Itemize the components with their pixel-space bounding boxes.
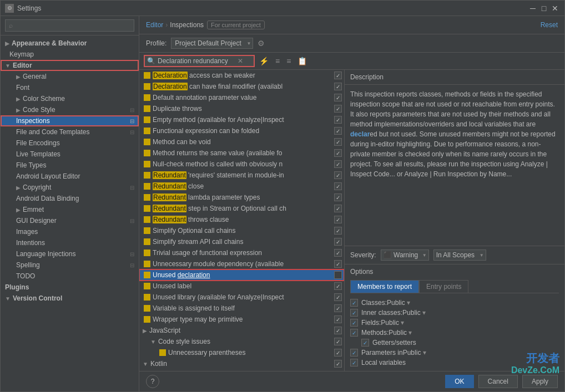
insp-item-empty-method[interactable]: Empty method (available for Analyze|Insp… xyxy=(139,114,344,125)
insp-item-functional-fold[interactable]: Functional expression can be folded xyxy=(139,125,344,136)
insp-checkbox[interactable] xyxy=(334,83,342,90)
insp-checkbox[interactable] xyxy=(334,338,342,345)
profile-select[interactable]: Project Default Project xyxy=(171,38,253,49)
sidebar-item-live-templates[interactable]: Live Templates xyxy=(1,149,139,160)
insp-checkbox[interactable] xyxy=(334,205,342,212)
sidebar-item-code-style[interactable]: ▶ Code Style ⊟ xyxy=(1,104,139,115)
insp-item-redundant-lambda[interactable]: Redundant lambda parameter types xyxy=(139,192,344,203)
sidebar-item-android-data-binding[interactable]: Android Data Binding xyxy=(1,193,139,204)
insp-item-wrapper-primitive[interactable]: Wrapper type may be primitive xyxy=(139,314,344,325)
sidebar-item-emmet[interactable]: ▶ Emmet xyxy=(1,204,139,215)
insp-checkbox[interactable] xyxy=(334,227,342,235)
insp-checkbox[interactable] xyxy=(334,127,342,135)
export-button[interactable]: 📋 xyxy=(295,55,309,67)
option-checkbox[interactable] xyxy=(350,319,358,327)
insp-checkbox[interactable] xyxy=(334,94,342,101)
sidebar-item-font[interactable]: Font xyxy=(1,82,139,93)
insp-checkbox[interactable] xyxy=(334,271,342,279)
insp-checkbox[interactable] xyxy=(334,194,342,201)
insp-item-method-void[interactable]: Method can be void xyxy=(139,136,344,147)
sidebar-item-plugins[interactable]: Plugins xyxy=(1,282,139,293)
insp-checkbox[interactable] xyxy=(334,171,342,179)
option-checkbox[interactable] xyxy=(350,299,358,307)
option-checkbox[interactable] xyxy=(350,349,358,357)
insp-item-trivial-functional[interactable]: Trivial usage of functional expression xyxy=(139,247,344,258)
section-javascript[interactable]: ▶ JavaScript xyxy=(139,325,344,336)
section-kotlin[interactable]: ▼ Kotlin xyxy=(139,358,344,369)
sidebar-item-appearance[interactable]: ▶ Appearance & Behavior xyxy=(1,38,139,49)
severity-select[interactable]: ⬛ Warning xyxy=(381,250,429,261)
insp-checkbox[interactable] xyxy=(334,116,342,124)
insp-item-unnecessary-parens[interactable]: Unnecessary parentheses xyxy=(139,347,344,358)
sidebar-item-keymap[interactable]: Keymap xyxy=(1,49,139,60)
option-checkbox[interactable] xyxy=(350,329,358,337)
minimize-button[interactable]: ─ xyxy=(528,3,538,13)
profile-gear-button[interactable]: ⚙ xyxy=(258,39,265,48)
tab-members-report[interactable]: Members to report xyxy=(350,280,419,293)
sidebar-item-color-scheme[interactable]: ▶ Color Scheme xyxy=(1,93,139,104)
insp-item-redundant-requires[interactable]: Redundant 'requires' statement in module… xyxy=(139,170,344,181)
insp-checkbox[interactable] xyxy=(334,149,342,157)
sidebar-item-intentions[interactable]: Intentions xyxy=(1,237,139,248)
help-button[interactable]: ? xyxy=(146,375,159,388)
insp-checkbox[interactable] xyxy=(334,160,342,168)
cancel-button[interactable]: Cancel xyxy=(478,375,518,388)
insp-checkbox[interactable] xyxy=(334,327,342,334)
insp-item-redundant-step[interactable]: Redundant step in Stream or Optional cal… xyxy=(139,203,344,214)
insp-item-null-check[interactable]: Null-check method is called with obvious… xyxy=(139,159,344,170)
sidebar-search-input[interactable] xyxy=(5,19,134,32)
sidebar-item-language-injections[interactable]: Language Injections ⊟ xyxy=(1,248,139,259)
insp-item-redundant-throws[interactable]: Redundant throws clause xyxy=(139,214,344,225)
insp-checkbox[interactable] xyxy=(334,249,342,257)
sidebar-item-general[interactable]: ▶ General xyxy=(1,71,139,82)
sidebar-item-copyright[interactable]: ▶ Copyright ⊟ xyxy=(1,182,139,193)
insp-item-declaration-final[interactable]: Declaration can have final modifier (ava… xyxy=(139,81,344,92)
insp-item-default-annotation[interactable]: Default annotation parameter value xyxy=(139,92,344,103)
sidebar-item-inspections[interactable]: Inspections ⊟ xyxy=(1,115,139,126)
insp-checkbox[interactable] xyxy=(334,238,342,246)
insp-item-simplify-optional[interactable]: Simplify Optional call chains xyxy=(139,225,344,236)
insp-item-redundant-close[interactable]: Redundant close xyxy=(139,181,344,192)
tab-entry-points[interactable]: Entry points xyxy=(419,280,468,293)
insp-checkbox[interactable] xyxy=(334,216,342,223)
sidebar-item-version-control[interactable]: ▼ Version Control xyxy=(1,293,139,304)
insp-item-simplify-stream[interactable]: Simplify stream API call chains xyxy=(139,236,344,247)
sidebar-item-file-encodings[interactable]: File Encodings xyxy=(1,138,139,149)
maximize-button[interactable]: □ xyxy=(539,3,549,13)
insp-item-unused-library[interactable]: Unused library (available for Analyze|In… xyxy=(139,292,344,303)
option-checkbox[interactable] xyxy=(350,309,358,317)
sidebar-item-editor[interactable]: ▼ Editor xyxy=(1,60,139,71)
insp-checkbox[interactable] xyxy=(334,282,342,290)
collapse-all-button[interactable]: ≡ xyxy=(284,55,293,67)
insp-item-unused-label[interactable]: Unused label xyxy=(139,281,344,292)
clear-filter-button[interactable]: ✕ xyxy=(238,57,243,65)
insp-item-variable-assigned[interactable]: Variable is assigned to itself xyxy=(139,303,344,314)
insp-checkbox[interactable] xyxy=(334,349,342,357)
sidebar-item-file-code-templates[interactable]: File and Code Templates ⊟ xyxy=(1,126,139,138)
ok-button[interactable]: OK xyxy=(445,375,473,388)
reset-button[interactable]: Reset xyxy=(541,21,558,29)
insp-item-unnecessary-module[interactable]: Unnecessary module dependency (available xyxy=(139,258,344,269)
insp-checkbox[interactable] xyxy=(334,72,342,79)
breadcrumb-editor[interactable]: Editor xyxy=(146,21,163,29)
close-button[interactable]: ✕ xyxy=(550,3,560,13)
insp-checkbox[interactable] xyxy=(334,105,342,113)
sidebar-item-gui-designer[interactable]: GUI Designer ⊟ xyxy=(1,215,139,226)
insp-checkbox[interactable] xyxy=(334,260,342,268)
filter-button[interactable]: ⚡ xyxy=(257,55,271,67)
sidebar-item-android-layout[interactable]: Android Layout Editor xyxy=(1,171,139,182)
insp-item-duplicate-throws[interactable]: Duplicate throws xyxy=(139,103,344,114)
sidebar-item-images[interactable]: Images xyxy=(1,226,139,237)
insp-checkbox[interactable] xyxy=(334,138,342,146)
inspections-scroll[interactable]: Declaration access can be weaker Declara… xyxy=(139,70,344,371)
expand-all-button[interactable]: ≡ xyxy=(273,55,282,67)
apply-button[interactable]: Apply xyxy=(522,375,558,388)
option-checkbox[interactable] xyxy=(350,359,358,366)
insp-item-method-same-value[interactable]: Method returns the same value (available… xyxy=(139,147,344,159)
insp-item-declaration-access[interactable]: Declaration access can be weaker xyxy=(139,70,344,81)
option-checkbox[interactable] xyxy=(361,339,369,347)
sidebar-item-spelling[interactable]: Spelling ⊟ xyxy=(1,259,139,271)
scope-select[interactable]: In All Scopes xyxy=(433,250,486,261)
section-code-style-issues[interactable]: ▼ Code style issues xyxy=(139,336,344,347)
insp-checkbox[interactable] xyxy=(334,360,342,368)
